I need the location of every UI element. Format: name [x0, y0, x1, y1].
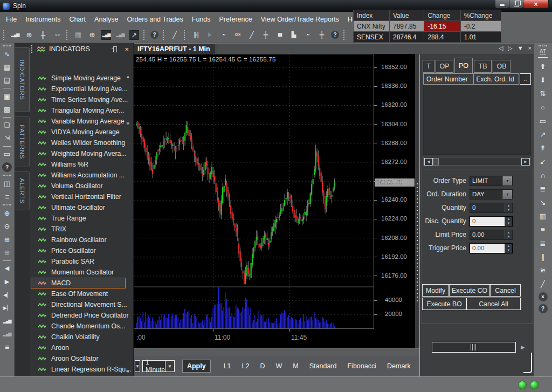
trendline-tool-icon[interactable]: ╱: [537, 279, 548, 290]
indicator-item[interactable]: Exponential Moving Ave...: [31, 84, 126, 94]
scroll-down-icon[interactable]: ▼: [125, 368, 132, 375]
save-image-icon[interactable]: [2, 105, 12, 114]
indicator-item[interactable]: Aroon: [31, 342, 126, 353]
indicator-item[interactable]: Williams %R: [31, 159, 126, 170]
chart-plot-area[interactable]: [134, 54, 374, 329]
hlines-icon[interactable]: ≡: [537, 224, 548, 235]
scrollbar-thumb[interactable]: [433, 158, 439, 166]
close-icon[interactable]: ×: [528, 45, 532, 52]
spin-down-icon[interactable]: ▼: [505, 221, 512, 226]
add-chart-icon[interactable]: [87, 30, 97, 40]
arrow-down-icon[interactable]: ⬇: [537, 75, 548, 86]
fan-lines-icon[interactable]: ↙: [537, 156, 548, 167]
indicator-item[interactable]: Weighted Moving Avera...: [31, 148, 126, 159]
time-zones-icon[interactable]: ▥: [537, 211, 548, 222]
panel-splitter[interactable]: [415, 54, 419, 348]
chevron-down-icon[interactable]: ▼: [502, 176, 512, 185]
spin-down-icon[interactable]: ▼: [505, 208, 512, 212]
help-circle-icon[interactable]: [150, 31, 158, 39]
pin-icon[interactable]: [113, 46, 117, 52]
chart-search-icon[interactable]: [24, 30, 34, 40]
col-order-number[interactable]: Order Number: [423, 73, 474, 85]
sidebar-tab-patterns[interactable]: PATTERNS: [15, 116, 30, 167]
trend-arrow-icon[interactable]: ↗: [537, 129, 548, 140]
zoom-reset-icon[interactable]: [2, 247, 12, 257]
standard-button[interactable]: Standard: [304, 362, 342, 370]
spinner-buttons[interactable]: ▲▼: [505, 203, 512, 212]
tab-trade-book[interactable]: TB: [474, 60, 492, 73]
ord-duration-dropdown[interactable]: DAY ▼: [470, 189, 513, 200]
quantity-stepper[interactable]: 0 ▲▼: [470, 203, 513, 213]
daily-button[interactable]: D: [254, 362, 270, 370]
scroll-right-icon[interactable]: [2, 277, 12, 286]
candle-chart-icon[interactable]: [38, 30, 48, 40]
line-style-toggle-icon[interactable]: [129, 30, 139, 40]
indicator-item[interactable]: TRIX: [31, 224, 126, 235]
close-button[interactable]: ×: [523, 0, 549, 9]
tab-order-book[interactable]: OB: [493, 60, 510, 73]
spin-up-icon[interactable]: ▲: [505, 230, 512, 235]
indicator-wave-icon[interactable]: [2, 49, 12, 59]
pause-icon[interactable]: [275, 30, 285, 40]
menu-orders-and-trades[interactable]: Orders and Trades: [123, 16, 188, 23]
cancel-orders-icon[interactable]: [233, 30, 243, 40]
scroll-left-icon[interactable]: [2, 264, 12, 273]
arc-tool-icon[interactable]: ∩: [537, 170, 548, 181]
order-type-dropdown[interactable]: LIMIT ▼: [470, 176, 513, 186]
spin-up-icon[interactable]: ▲: [505, 244, 512, 249]
indicator-item[interactable]: Welles Wilder Smoothing: [31, 137, 126, 148]
indicator-item[interactable]: Simple Moving Average: [31, 73, 126, 84]
spinner-buttons[interactable]: ▲▼: [505, 230, 512, 239]
help-circle-icon[interactable]: ?: [539, 304, 548, 313]
indicator-item[interactable]: Ultimate Oscillator: [31, 202, 126, 213]
candle-width-icon[interactable]: [261, 30, 271, 40]
demark-button[interactable]: Demark: [382, 362, 416, 370]
spinner-buttons[interactable]: ▲▼: [505, 217, 512, 226]
menu-preference[interactable]: Preference: [215, 16, 257, 23]
bar-style-toggle-icon[interactable]: [101, 30, 111, 40]
indicator-item[interactable]: Chaikin Volatility: [31, 332, 126, 342]
list-view-icon[interactable]: [2, 192, 12, 202]
chevron-down-icon[interactable]: ▼: [502, 190, 512, 199]
arrow-up-icon[interactable]: ⬆: [537, 61, 548, 72]
indicator-item[interactable]: Vertical Horizontal Filter: [31, 191, 126, 202]
help-circle-icon[interactable]: [2, 162, 12, 172]
window-menu-icon[interactable]: ▼: [518, 45, 523, 52]
trigger-price-stepper[interactable]: 0.00 ▲▼: [470, 243, 513, 253]
indicator-item[interactable]: MACD: [31, 278, 126, 288]
fib-retracement-icon[interactable]: ≣: [537, 183, 548, 194]
parallel-lines-icon[interactable]: ∥: [537, 251, 548, 262]
disc-quantity-stepper[interactable]: 0 ▲▼: [470, 216, 513, 226]
more-columns-button[interactable]: ..: [520, 73, 531, 85]
cancel-button[interactable]: Cancel: [490, 284, 521, 297]
hidden-combo-button[interactable]: ▼: [135, 360, 140, 372]
execute-bo-button[interactable]: Execute BO: [422, 298, 466, 310]
apply-button[interactable]: Apply: [182, 360, 211, 373]
import-icon[interactable]: [2, 133, 12, 143]
menu-funds[interactable]: Funds: [188, 16, 215, 23]
monthly-button[interactable]: M: [287, 362, 303, 370]
zoom-out-icon[interactable]: [2, 222, 12, 231]
indicator-item[interactable]: True Range: [31, 213, 126, 224]
interval-dropdown[interactable]: 1 Minute ▼: [142, 360, 175, 372]
close-icon[interactable]: ×: [125, 46, 129, 53]
market-depth-icon[interactable]: [205, 30, 215, 40]
limit-price-stepper[interactable]: 0.00 ▲▼: [470, 230, 513, 240]
indicator-item[interactable]: Chande Momentum Os...: [31, 321, 126, 332]
price-axis[interactable]: 16255.75 16352.0016336.0016320.0016304.0…: [374, 54, 415, 329]
add-table-icon[interactable]: [2, 63, 12, 72]
arrow-downright-icon[interactable]: ↘: [537, 197, 548, 208]
arrows-updown-icon[interactable]: ⇅: [537, 88, 548, 99]
pitchfork-icon[interactable]: ⇞: [537, 143, 548, 154]
buy-sell-icon[interactable]: [191, 30, 201, 40]
fib-extension-icon[interactable]: ≣: [537, 238, 548, 249]
script-icon[interactable]: [52, 30, 62, 40]
ellipse-tool-icon[interactable]: ○: [537, 102, 548, 113]
indicator-item[interactable]: Williams Accumulation ...: [31, 170, 126, 181]
layout-l2-button[interactable]: L2: [237, 362, 255, 370]
calendar-icon[interactable]: [73, 30, 83, 40]
orders-hscrollbar[interactable]: ◀ ▶: [423, 157, 531, 166]
menu-file[interactable]: File: [2, 16, 21, 23]
copy-window-icon[interactable]: [2, 120, 12, 130]
indicator-item[interactable]: Linear Regression R-Squ...: [31, 364, 126, 375]
